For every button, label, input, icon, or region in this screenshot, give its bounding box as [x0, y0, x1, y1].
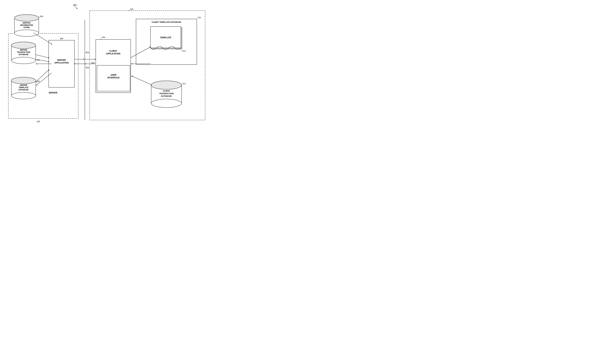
svg-line-100: [132, 76, 152, 85]
diagram: SERVICE INFORMATION STORE 334 SERVER TRA…: [0, 0, 213, 131]
svg-text:TRANSACTION: TRANSACTION: [17, 51, 30, 53]
svg-text:314: 314: [182, 50, 186, 52]
svg-text:SERVER: SERVER: [57, 59, 66, 61]
svg-marker-106: [76, 8, 78, 9]
svg-point-17: [11, 57, 36, 64]
svg-marker-99: [131, 63, 132, 65]
svg-point-92: [151, 81, 182, 89]
svg-text:310: 310: [197, 16, 201, 19]
svg-text:APPLICATION: APPLICATION: [106, 52, 120, 55]
svg-text:SERVER: SERVER: [49, 91, 57, 94]
svg-text:114: 114: [36, 120, 40, 123]
svg-text:INFORMATION: INFORMATION: [20, 24, 33, 26]
svg-point-28: [11, 77, 36, 84]
svg-text:108: 108: [130, 8, 133, 10]
svg-point-6: [14, 30, 39, 36]
svg-text:DATABASE: DATABASE: [19, 53, 29, 56]
svg-marker-101: [131, 75, 132, 77]
svg-text:SERVER: SERVER: [20, 49, 27, 51]
svg-text:USER: USER: [111, 74, 117, 76]
svg-text:TEMPLATE: TEMPLATE: [160, 36, 171, 39]
svg-text:STORE: STORE: [23, 26, 30, 29]
svg-text:APPLICATION: APPLICATION: [54, 62, 69, 64]
svg-text:TRANSACTION: TRANSACTION: [159, 92, 174, 95]
svg-text:TEMPLATE: TEMPLATE: [19, 86, 28, 89]
svg-text:316: 316: [86, 51, 89, 54]
svg-text:CLIENT: CLIENT: [109, 50, 117, 52]
svg-text:308: 308: [91, 62, 94, 64]
svg-text:CLIENT TEMPLATE DATABASE: CLIENT TEMPLATE DATABASE: [152, 21, 181, 23]
svg-text:300: 300: [73, 4, 77, 6]
svg-text:DATABASE: DATABASE: [19, 89, 29, 91]
svg-text:306: 306: [60, 37, 63, 40]
svg-line-50: [36, 70, 49, 82]
svg-line-42: [36, 55, 48, 58]
svg-point-27: [11, 92, 36, 99]
svg-marker-74: [94, 59, 96, 60]
svg-text:CLIENT: CLIENT: [163, 90, 170, 92]
diagram-svg: SERVICE INFORMATION STORE 334 SERVER TRA…: [0, 0, 213, 131]
svg-point-7: [14, 15, 39, 21]
svg-marker-47: [36, 63, 37, 65]
svg-text:SERVICE: SERVICE: [23, 22, 31, 24]
svg-text:304: 304: [102, 36, 105, 39]
svg-text:INTERFACE: INTERFACE: [107, 76, 119, 79]
svg-text:312: 312: [182, 83, 186, 85]
svg-text:DATABASE: DATABASE: [161, 95, 172, 97]
svg-text:330: 330: [36, 80, 40, 83]
svg-line-52: [33, 33, 52, 44]
svg-text:SERVER: SERVER: [20, 84, 27, 86]
svg-text:334: 334: [40, 15, 43, 18]
svg-marker-60: [83, 59, 85, 60]
svg-text:318: 318: [86, 66, 89, 69]
svg-text:332: 332: [36, 59, 40, 61]
svg-point-18: [11, 42, 36, 49]
svg-point-91: [151, 99, 182, 108]
svg-line-71: [100, 39, 102, 39]
